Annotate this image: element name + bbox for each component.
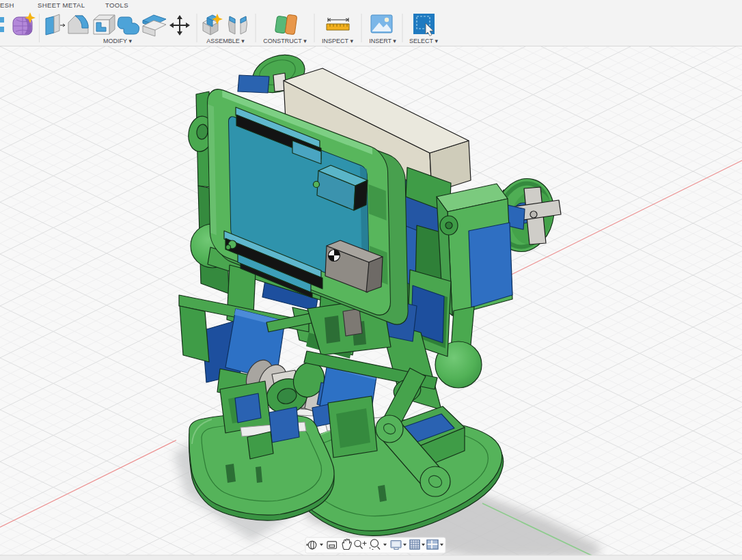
svg-text:MODIFY ▾: MODIFY ▾: [103, 38, 132, 44]
svg-text:CONSTRUCT ▾: CONSTRUCT ▾: [263, 38, 307, 44]
svg-text:TOOLS: TOOLS: [105, 1, 128, 9]
svg-text:INSERT ▾: INSERT ▾: [369, 38, 396, 44]
svg-text:SELECT ▾: SELECT ▾: [409, 38, 438, 44]
svg-text:SHEET METAL: SHEET METAL: [38, 1, 85, 9]
svg-text:ESH: ESH: [0, 1, 14, 9]
svg-text:INSPECT ▾: INSPECT ▾: [322, 38, 353, 44]
svg-text:ASSEMBLE ▾: ASSEMBLE ▾: [206, 38, 245, 44]
